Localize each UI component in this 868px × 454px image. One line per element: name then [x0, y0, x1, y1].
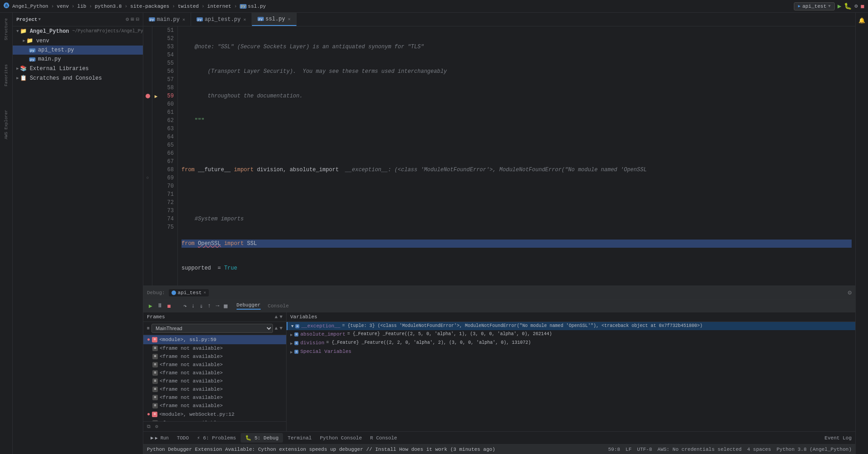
debug-settings-icon[interactable]: ⚙ [848, 289, 852, 296]
status-aws[interactable]: AWS: No credentials selected [657, 447, 742, 452]
copy-btn[interactable]: ⧉ [145, 423, 152, 430]
frame-item-websocket[interactable]: ● ≡ <module>, webSocket.py:12 [143, 410, 286, 419]
frame-item-3[interactable]: ≡ <frame not available> [143, 361, 286, 369]
tree-item-scratches[interactable]: ▶ 📋 Scratches and Consoles [13, 73, 143, 83]
thread-select[interactable]: MainThread [151, 324, 273, 333]
debug-run-button[interactable]: 🐛 [844, 2, 852, 10]
tree-root[interactable]: ▼ 📁 Angel_Python ~/PycharmProjects/Angel… [13, 26, 143, 36]
frame-item-1[interactable]: ≡ <frame not available> [143, 344, 286, 352]
step-out-btn[interactable]: ↑ [206, 301, 213, 310]
frame-item-2[interactable]: ≡ <frame not available> [143, 352, 286, 361]
event-log-btn[interactable]: Event Log [825, 435, 852, 441]
frame-item-module-ssl[interactable]: ● ≡ <module>, ssl.py:59 [143, 335, 286, 344]
run-button[interactable]: ▶ [838, 2, 841, 10]
status-encoding[interactable]: UTF-8 [637, 447, 652, 452]
thread-up-btn[interactable]: ▲ [275, 326, 278, 331]
status-indent[interactable]: 4 spaces [747, 447, 771, 452]
debugger-tab[interactable]: Debugger [237, 302, 261, 310]
thread-down-btn[interactable]: ▼ [279, 326, 283, 331]
step-over-btn[interactable]: ↷ [182, 301, 189, 311]
thread-icon: ≡ [147, 326, 150, 331]
step-into-my-btn[interactable]: ⇓ [198, 301, 205, 311]
code-line-57 [182, 190, 852, 199]
tab-api-test-close[interactable]: ✕ [243, 17, 246, 22]
line-numbers: 51 52 53 54 55 56 57 58 59 60 61 62 63 6… [160, 26, 178, 286]
frames-up-btn[interactable]: ▲ [275, 314, 278, 320]
frame-item-4[interactable]: ≡ <frame not available> [143, 369, 286, 377]
tree-item-api-test[interactable]: py api_test.py [13, 46, 143, 55]
bottom-tab-r-console[interactable]: R Console [367, 434, 401, 443]
breadcrumb-venv[interactable]: venv [57, 4, 69, 9]
debug-header: Debug: api_test ✕ ⚙ [143, 286, 855, 300]
resume-btn[interactable]: ▶ [147, 301, 154, 311]
status-line-ending[interactable]: LF [626, 447, 631, 452]
evaluate-btn[interactable]: ▦ [222, 301, 229, 311]
tree-item-main[interactable]: py main.py [13, 55, 143, 64]
bottom-tab-run[interactable]: ▶ ▶ Run [147, 433, 172, 443]
code-line-60: supported = True [182, 264, 852, 272]
sidebar-gear-icon[interactable]: ⚙ [126, 16, 129, 23]
bottom-tab-debug[interactable]: 🐛 5: Debug [241, 433, 283, 443]
bottom-tab-todo[interactable]: TODO [173, 434, 192, 443]
project-tree: ▼ 📁 Angel_Python ~/PycharmProjects/Angel… [13, 26, 143, 454]
bottom-tab-python-console[interactable]: Python Console [316, 434, 365, 443]
run-config-selector[interactable]: ▶ api_test ▼ [794, 2, 835, 10]
bottom-tab-terminal[interactable]: Terminal [284, 434, 315, 443]
breadcrumb-internet[interactable]: internet [207, 4, 232, 9]
filter-btn[interactable]: ⚙ [153, 423, 160, 430]
aws-btn[interactable]: AWS Explorer [3, 108, 10, 141]
tree-item-venv[interactable]: ▶ 📁 venv [13, 36, 143, 46]
bottom-tab-problems[interactable]: ⚡ 6: Problems [193, 433, 240, 443]
tab-main[interactable]: py main.py ✕ [143, 13, 191, 26]
breadcrumb-sitepackages[interactable]: site-packages [130, 4, 169, 9]
code-content[interactable]: @note: "SSL" (Secure Sockets Layer) is a… [178, 26, 855, 286]
tab-ssl-close[interactable]: ✕ [288, 16, 291, 22]
breadcrumb-twisted[interactable]: twisted [178, 4, 199, 9]
var-expand-absolute-import[interactable]: ▶ [290, 332, 293, 337]
frame-item-5[interactable]: ≡ <frame not available> [143, 377, 286, 385]
status-position[interactable]: 59:8 [608, 447, 620, 452]
frames-bottom-toolbar: ⧉ ⚙ [143, 421, 286, 431]
var-item-division[interactable]: ▶ ≡ division = {_Feature} _Feature((2, 2… [287, 339, 855, 347]
frame-item-6[interactable]: ≡ <frame not available> [143, 385, 286, 393]
class-fold-71[interactable]: ○ [143, 174, 152, 182]
sidebar-collapse-icon[interactable]: ⊟ [136, 16, 139, 23]
favorites-btn[interactable]: Favorites [3, 62, 10, 88]
var-item-exception[interactable]: ▼ ≡ __exception__ = {tuple: 3} (<class '… [287, 322, 855, 330]
breadcrumb-sslpy[interactable]: py ssl.py [240, 4, 266, 9]
tree-item-ext-libs[interactable]: ▶ 📚 External Libraries [13, 64, 143, 73]
run-to-cursor-btn[interactable]: → [214, 301, 221, 310]
structure-panel-btn[interactable]: Structure [3, 16, 10, 42]
step-into-btn[interactable]: ↓ [190, 301, 197, 310]
status-python[interactable]: Python 3.8 (Angel_Python) [777, 447, 852, 452]
code-line-59: from OpenSSL import SSL [182, 240, 852, 248]
breadcrumb-python[interactable]: python3.8 [95, 4, 121, 9]
tab-api-test[interactable]: py api_test.py ✕ [191, 13, 252, 26]
stop-btn[interactable]: ◼ [166, 301, 173, 311]
thread-selector: ≡ MainThread ▲ ▼ [143, 322, 286, 335]
variable-items: ▼ ≡ __exception__ = {tuple: 3} (<class '… [287, 322, 855, 431]
sidebar-layout-icon[interactable]: ⊞ [131, 16, 134, 23]
tab-ssl[interactable]: py ssl.py ✕ [252, 13, 297, 26]
frame-item-8[interactable]: ≡ <frame not available> [143, 402, 286, 410]
settings-button[interactable]: ⚙ [854, 3, 858, 10]
frames-down-btn[interactable]: ▼ [279, 314, 283, 320]
frames-panel: Frames ▲ ▼ ≡ MainThread ▲ [143, 312, 287, 431]
app-icon: 🅐 [4, 3, 10, 10]
console-tab[interactable]: Console [268, 303, 289, 309]
stop-button[interactable]: ◼ [861, 2, 864, 10]
right-tool-1[interactable]: 🔔 [858, 16, 866, 25]
var-item-absolute-import[interactable]: ▶ ≡ absolute_import = {_Feature} _Featur… [287, 330, 855, 339]
debug-session-tab[interactable]: api_test ✕ [169, 289, 209, 296]
var-expand-special[interactable]: ▶ [290, 350, 293, 355]
breadcrumb-lib[interactable]: lib [77, 4, 86, 9]
frame-item-7[interactable]: ≡ <frame not available> [143, 393, 286, 402]
var-expand-division[interactable]: ▶ [290, 341, 293, 346]
pause-btn[interactable]: ⏸ [155, 301, 165, 310]
var-expand-exception[interactable]: ▼ [291, 324, 293, 329]
var-item-special[interactable]: ▶ ≡ Special Variables [287, 347, 855, 356]
tab-main-close[interactable]: ✕ [182, 17, 185, 22]
code-editor[interactable]: ○ ▶ [143, 26, 855, 286]
breadcrumb-angel[interactable]: Angel_Python [12, 4, 48, 9]
code-line-53: throughout the documentation. [182, 92, 852, 100]
